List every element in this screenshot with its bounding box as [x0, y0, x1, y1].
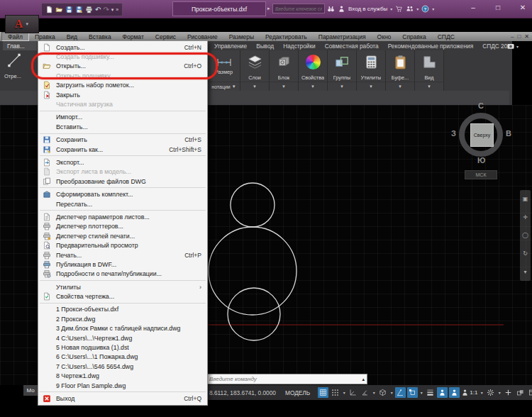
file-menu-item-экспорт-[interactable]: Экспорт...: [38, 157, 207, 167]
panel-expand-caret-icon[interactable]: ▼: [328, 82, 356, 91]
ribbon-panel-группы[interactable]: Группы▼: [328, 50, 357, 91]
file-menu-item-загрузить-набор-пометок-[interactable]: Загрузить набор пометок...: [38, 81, 207, 90]
file-menu-item-закрыть[interactable]: Закрыть: [38, 90, 207, 99]
ribbon-panel-свойства[interactable]: Свойства▼: [299, 50, 328, 91]
file-menu-item-свойства-чертежа-[interactable]: Свойства чертежа...: [38, 291, 207, 301]
status-clean-screen[interactable]: [527, 387, 532, 398]
menu-справка[interactable]: Справка: [397, 32, 431, 41]
status-isodraft-caret-icon[interactable]: ▾: [389, 390, 394, 395]
file-menu-item-диспетчер-параметров-листов-[interactable]: Диспетчер параметров листов...: [38, 212, 207, 221]
file-menu-item-импорт-[interactable]: Импорт...: [38, 113, 207, 122]
ribbon-tab-управление[interactable]: Управление: [214, 43, 247, 50]
signin-caret-icon[interactable]: ▾: [390, 6, 392, 11]
status-otrack[interactable]: [395, 387, 406, 398]
panel-expand-caret-icon[interactable]: ▼: [357, 82, 385, 91]
ribbon-tab-рекомендованные-приложения[interactable]: Рекомендованные приложения: [388, 43, 474, 50]
menu-параметризация[interactable]: Параметризация: [313, 32, 372, 41]
status-osnap-caret-icon[interactable]: ▾: [419, 390, 423, 395]
store-icon[interactable]: [395, 5, 403, 13]
file-menu-item-5-новая-подшивка-1-dst[interactable]: 5 Новая подшивка (1).dst: [38, 343, 207, 352]
command-history-arrow-icon[interactable]: ▴: [362, 377, 367, 382]
file-menu-item-8-чертеж1-dwg[interactable]: 8 Чертеж1.dwg: [38, 372, 207, 381]
zoom-icon[interactable]: ◯: [522, 232, 528, 238]
close-button[interactable]: ✕: [518, 4, 528, 11]
ribbon-tab-home[interactable]: Глав...: [3, 41, 37, 50]
viewcube-north[interactable]: С: [478, 101, 484, 110]
capture-tool[interactable]: ▾: [506, 42, 519, 50]
help-icon[interactable]: ?: [421, 5, 429, 13]
doc-close-button[interactable]: ✕: [524, 33, 529, 40]
status-lineweight[interactable]: [425, 387, 436, 398]
qat-caret[interactable]: ▾: [111, 7, 114, 12]
ribbon-panel-буфе[interactable]: Буфе...▼: [386, 50, 415, 91]
status-annotation-scale[interactable]: 1:1: [461, 387, 478, 398]
file-menu-item-сохранить[interactable]: СохранитьCtrl+S: [38, 135, 207, 145]
file-menu-item-диспетчер-плоттеров-[interactable]: Диспетчер плоттеров...: [38, 222, 207, 231]
status-polar-caret-icon[interactable]: ▾: [372, 390, 376, 395]
status-snap[interactable]: [330, 387, 340, 398]
file-menu-item-публикация-в-dwf-[interactable]: Публикация в DWF...: [38, 260, 207, 269]
status-annotation-autoscale[interactable]: [449, 387, 460, 398]
share-caret-icon[interactable]: ▾: [416, 6, 419, 11]
viewcube-south[interactable]: Ю: [477, 156, 485, 165]
search-input[interactable]: [272, 4, 325, 13]
status-annotation-scale-caret-icon[interactable]: ▾: [480, 390, 484, 395]
navbar-caret-icon[interactable]: ▾: [523, 269, 526, 275]
model-space-button[interactable]: МОДЕЛЬ: [282, 389, 314, 396]
orbit-icon[interactable]: ↻: [523, 250, 528, 257]
status-isolate[interactable]: [515, 387, 526, 398]
viewcube-face-top[interactable]: Сверху: [470, 123, 494, 147]
status-annotation-visibility[interactable]: [437, 387, 448, 398]
pan-icon[interactable]: ▣: [523, 196, 528, 202]
panel-expand-caret-icon[interactable]: ▼: [240, 82, 269, 91]
ribbon-panel-слои[interactable]: Слои▼: [240, 50, 270, 91]
status-isodraft[interactable]: [377, 387, 388, 398]
ribbon-panel-вид[interactable]: Вид▼: [415, 50, 444, 91]
qat-redo[interactable]: ↷: [103, 6, 109, 13]
document-tab-arrow-icon[interactable]: ▸: [267, 6, 270, 11]
file-menu-item-7-c-users-546-5654-dwg[interactable]: 7 C:\Users\...\546 5654.dwg: [38, 362, 207, 371]
menu-редактировать[interactable]: Редактировать: [260, 32, 313, 41]
status-workspace-gear[interactable]: [485, 387, 496, 398]
maximize-button[interactable]: □: [493, 4, 503, 11]
file-menu-item-сохранить-как-[interactable]: Сохранить как...Ctrl+Shift+S: [38, 145, 207, 154]
qat-open[interactable]: [55, 6, 63, 13]
file-menu-item-2-прокси-dwg[interactable]: 2 Прокси.dwg: [38, 314, 207, 323]
qat-more[interactable]: »: [116, 7, 118, 12]
file-menu-item-утилиты[interactable]: Утилиты›: [38, 282, 207, 291]
file-menu-item-сформировать-комплект-[interactable]: Сформировать комплект...: [38, 189, 207, 199]
file-menu-item-4-c-users-чертеж1-dwg[interactable]: 4 C:\Users\...\Чертеж1.dwg: [38, 333, 207, 343]
doc-minimize-button[interactable]: –: [511, 33, 514, 40]
status-ortho[interactable]: [348, 387, 358, 398]
file-menu-item-1-прокси-объекты-dxf[interactable]: 1 Прокси-объекты.dxf: [38, 305, 207, 314]
search-exchange-icon[interactable]: [327, 5, 335, 13]
file-menu-item-создать-[interactable]: Создать...Ctrl+N: [38, 43, 207, 52]
file-menu-item-преобразование-файлов-dwg[interactable]: Преобразование файлов DWG: [38, 177, 207, 186]
ribbon-panel-утилиты[interactable]: Утилиты▼: [357, 50, 386, 91]
doc-restore-button[interactable]: □: [517, 33, 521, 40]
status-grid[interactable]: [318, 387, 328, 398]
menu-окно[interactable]: Окно: [372, 32, 397, 41]
viewcube-east[interactable]: В: [506, 129, 511, 138]
file-menu-item-вставить-[interactable]: Вставить...: [38, 122, 207, 131]
signin-label[interactable]: Вход в службы: [348, 6, 387, 12]
help-caret-icon[interactable]: ▾: [432, 6, 434, 11]
model-layout-tab[interactable]: Мо: [23, 385, 38, 396]
file-menu-item-9-floor-plan-sample-dwg[interactable]: 9 Floor Plan Sample.dwg: [38, 381, 207, 390]
qat-save[interactable]: [65, 6, 73, 13]
ribbon-tab-совместная-работа[interactable]: Совместная работа: [325, 43, 379, 50]
file-menu-item-подробности-о-печати-публикаци[interactable]: Подробности о печати/публикации...: [38, 269, 207, 279]
user-icon[interactable]: [338, 5, 345, 13]
qat-new[interactable]: [45, 6, 53, 13]
file-menu-item-предварительный-просмотр[interactable]: Предварительный просмотр: [38, 240, 207, 250]
status-workspace-gear-caret-icon[interactable]: ▾: [497, 390, 501, 395]
menu-размеры[interactable]: Размеры: [223, 32, 260, 41]
ribbon-tab-надстройки[interactable]: Надстройки: [283, 43, 316, 50]
annotation-panel-title[interactable]: нотации▼: [208, 82, 240, 91]
file-menu-item-переслать-[interactable]: Переслать...: [38, 199, 207, 208]
status-polar[interactable]: [360, 387, 370, 398]
panel-expand-caret-icon[interactable]: ▼: [386, 82, 414, 91]
file-menu-item-6-c-users-1-пожарка-dwg[interactable]: 6 C:\Users\...\1 Пожарка.dwg: [38, 352, 207, 362]
status-plus[interactable]: [503, 387, 514, 398]
panel-expand-caret-icon[interactable]: ▼: [415, 82, 443, 91]
